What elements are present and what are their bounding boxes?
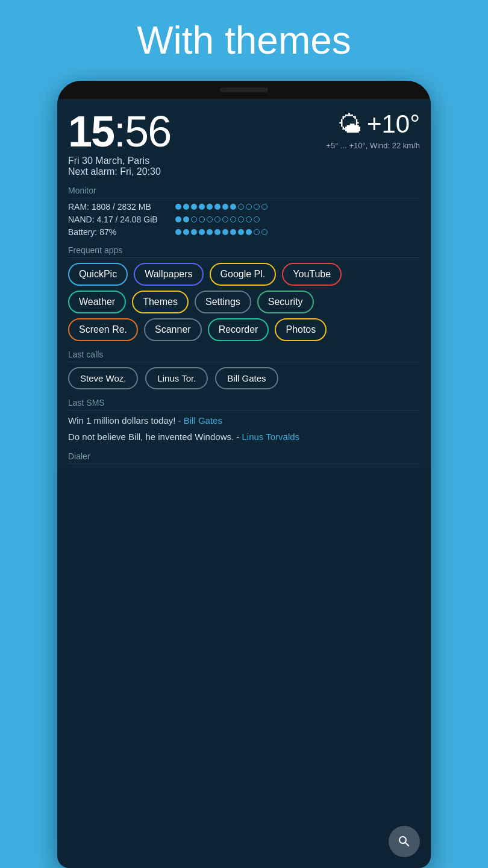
- apps-row-1: QuickPicWallpapersGoogle Pl.YouTube: [68, 263, 420, 286]
- dot-empty: [199, 216, 205, 222]
- sms-author: Bill Gates: [184, 415, 222, 426]
- dot-filled: [238, 229, 244, 235]
- ram-label: RAM: 1808 / 2832 MB: [68, 202, 170, 212]
- weather-detail: +5° ... +10°, Wind: 22 km/h: [326, 141, 420, 150]
- clock-area: 15:56 Fri 30 March, Paris Next alarm: Fr…: [68, 110, 170, 177]
- phone-frame: 15:56 Fri 30 March, Paris Next alarm: Fr…: [57, 81, 431, 868]
- dot-filled: [222, 204, 228, 210]
- apps-row-2: WeatherThemesSettingsSecurity: [68, 291, 420, 313]
- app-chip-settings[interactable]: Settings: [195, 291, 251, 313]
- dot-filled: [183, 216, 189, 222]
- app-chip-themes[interactable]: Themes: [132, 291, 189, 313]
- call-chip-linus-tor-[interactable]: Linus Tor.: [145, 367, 208, 389]
- last-calls-label: Last calls: [68, 350, 420, 362]
- battery-label: Battery: 87%: [68, 227, 170, 237]
- dot-filled: [230, 229, 236, 235]
- dot-empty: [222, 216, 228, 222]
- calls-row: Steve Woz.Linus Tor.Bill Gates: [68, 367, 420, 389]
- clock-alarm: Next alarm: Fri, 20:30: [68, 166, 170, 177]
- dot-empty: [238, 204, 244, 210]
- dot-filled: [199, 229, 205, 235]
- dot-filled: [175, 216, 181, 222]
- battery-dots: [175, 229, 267, 235]
- app-chip-wallpapers[interactable]: Wallpapers: [134, 263, 203, 286]
- dot-empty: [254, 204, 260, 210]
- clock-hours: 15: [68, 107, 114, 156]
- dot-empty: [207, 216, 213, 222]
- weather-icon: 🌤: [338, 111, 362, 138]
- battery-row: Battery: 87%: [68, 227, 420, 237]
- phone-top-bar: [57, 81, 431, 99]
- dot-filled: [214, 229, 221, 235]
- dot-empty: [191, 216, 197, 222]
- clock-time: 15:56: [68, 110, 170, 153]
- dot-filled: [199, 204, 205, 210]
- ram-row: RAM: 1808 / 2832 MB: [68, 202, 420, 212]
- dot-filled: [207, 229, 213, 235]
- dot-empty: [246, 204, 252, 210]
- dot-filled: [214, 204, 221, 210]
- weather-area: 🌤 +10° +5° ... +10°, Wind: 22 km/h: [326, 110, 420, 150]
- sms-item: Do not believe Bill, he invented Windows…: [68, 430, 420, 443]
- dot-empty: [261, 204, 267, 210]
- dot-empty: [214, 216, 221, 222]
- app-chip-weather[interactable]: Weather: [68, 291, 126, 313]
- app-chip-photos[interactable]: Photos: [275, 318, 327, 341]
- clock-weather-row: 15:56 Fri 30 March, Paris Next alarm: Fr…: [68, 110, 420, 177]
- app-chip-recorder[interactable]: Recorder: [208, 318, 269, 341]
- search-icon: [397, 834, 411, 849]
- weather-top: 🌤 +10°: [338, 110, 420, 139]
- dot-filled: [183, 204, 189, 210]
- clock-date: Fri 30 March, Paris: [68, 156, 170, 166]
- dot-filled: [175, 204, 181, 210]
- dot-filled: [191, 229, 197, 235]
- sms-item: Win 1 million dollars today! - Bill Gate…: [68, 414, 420, 427]
- call-chip-bill-gates[interactable]: Bill Gates: [215, 367, 278, 389]
- dialer-label: Dialer: [68, 451, 420, 464]
- dot-empty: [246, 216, 252, 222]
- weather-temperature: +10°: [367, 110, 420, 139]
- dot-filled: [175, 229, 181, 235]
- dot-filled: [230, 204, 236, 210]
- dot-filled: [222, 229, 228, 235]
- apps-row-3: Screen Re.ScannerRecorderPhotos: [68, 318, 420, 341]
- clock-minutes: 56: [125, 107, 170, 156]
- dot-filled: [183, 229, 189, 235]
- sms-author: Linus Torvalds: [242, 432, 299, 442]
- dot-filled: [207, 204, 213, 210]
- app-chip-quickpic[interactable]: QuickPic: [68, 263, 128, 286]
- app-chip-youtube[interactable]: YouTube: [282, 263, 342, 286]
- search-fab[interactable]: [389, 826, 420, 857]
- app-chip-security[interactable]: Security: [257, 291, 314, 313]
- nand-row: NAND: 4.17 / 24.08 GiB: [68, 215, 420, 224]
- last-sms-label: Last SMS: [68, 398, 420, 410]
- dot-empty: [254, 229, 260, 235]
- dot-filled: [246, 229, 252, 235]
- phone-screen: 15:56 Fri 30 March, Paris Next alarm: Fr…: [57, 99, 431, 470]
- frequent-apps-label: Frequent apps: [68, 245, 420, 258]
- app-chip-google-pl-[interactable]: Google Pl.: [210, 263, 277, 286]
- app-chip-scanner[interactable]: Scanner: [144, 318, 202, 341]
- nand-dots: [175, 216, 260, 222]
- dot-empty: [254, 216, 260, 222]
- dot-empty: [261, 229, 267, 235]
- sms-list: Win 1 million dollars today! - Bill Gate…: [68, 414, 420, 443]
- phone-speaker: [220, 87, 268, 92]
- nand-label: NAND: 4.17 / 24.08 GiB: [68, 215, 170, 224]
- app-chip-screen-re-[interactable]: Screen Re.: [68, 318, 138, 341]
- dot-empty: [230, 216, 236, 222]
- call-chip-steve-woz-[interactable]: Steve Woz.: [68, 367, 138, 389]
- ram-dots: [175, 204, 267, 210]
- dot-empty: [238, 216, 244, 222]
- page-title: With themes: [137, 18, 351, 63]
- monitor-section-label: Monitor: [68, 186, 420, 198]
- dot-filled: [191, 204, 197, 210]
